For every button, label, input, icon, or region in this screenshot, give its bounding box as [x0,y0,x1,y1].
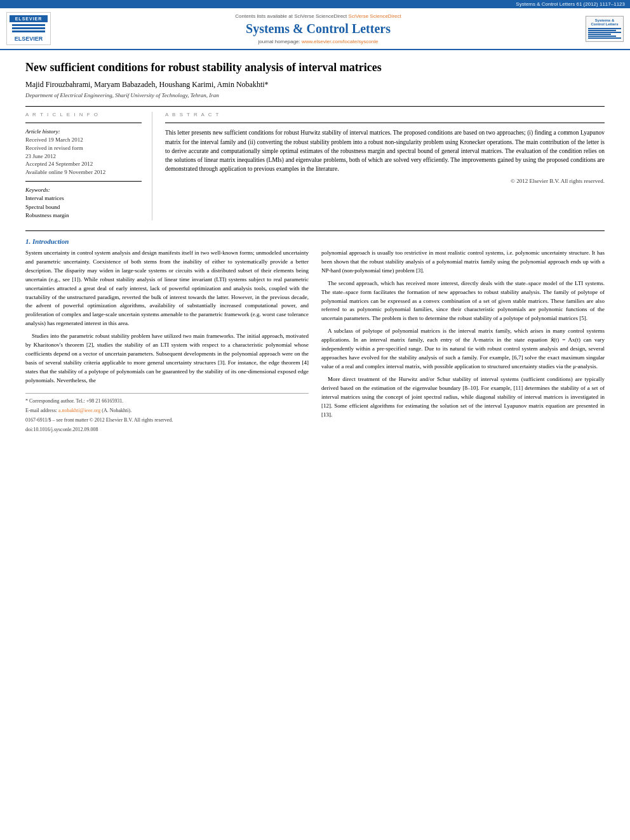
thumb-line-4 [588,34,611,35]
authors: Majid Firouzbahrami, Maryam Babazadeh, H… [25,80,605,90]
abstract-header: A B S T R A C T [165,112,605,117]
article-title: New sufficient conditions for robust sta… [25,60,605,75]
footnote-email: E-mail address: a.nobakhti@ieee.org (A. … [25,407,309,415]
elsevier-logo: ELSEVIER ELSEVIER [6,12,51,45]
right-para-1: polynomial approach is usually too restr… [321,249,605,276]
copyright-line: 0167-6911/$ – see front matter © 2012 El… [25,417,309,424]
journal-title: Systems & Control Letters [57,22,579,36]
homepage-url: www.elsevier.com/locate/sysconle [302,39,379,44]
intro-para-2: Studies into the parametric robust stabi… [25,332,309,385]
introduction-title: 1. Introduction [25,237,605,245]
divider-body [25,230,605,231]
thumb-line-5 [588,36,616,37]
footnote-star: * Corresponding author. Tel.: +98 21 661… [25,397,309,405]
divider-1 [25,106,605,107]
received-date: Received 19 March 2012 [25,136,142,144]
accepted-date: Accepted 24 September 2012 [25,160,142,168]
history-content: Received 19 March 2012 Received in revis… [25,136,142,176]
divider-info [25,123,142,123]
journal-banner: Systems & Control Letters 61 (2012) 1117… [0,0,630,8]
elsevier-wordmark: ELSEVIER [10,36,48,42]
stripe-3 [12,30,45,32]
abstract-text: This letter presents new sufficient cond… [165,128,605,173]
revised-date-display: 23 June 2012 [25,152,142,161]
body-left-text: System uncertainty in control system ana… [25,249,309,385]
journal-header: ELSEVIER ELSEVIER Contents lists availab… [0,8,630,50]
journal-thumbnail: Systems &Control Letters [586,16,624,42]
keywords-label: Keywords: [25,187,142,193]
banner-text: Systems & Control Letters 61 (2012) 1117… [516,1,625,7]
main-content: New sufficient conditions for robust sta… [0,50,630,448]
keyword-3: Robustness margin [25,211,142,220]
revised-label: Received in revised form [25,144,142,152]
thumb-lines [588,28,621,39]
divider-keywords [25,181,142,182]
body-right-text: polynomial approach is usually too restr… [321,249,605,420]
footnote-area: * Corresponding author. Tel.: +98 21 661… [25,393,309,434]
elsevier-stripes [10,22,48,34]
elsevier-logo-top: ELSEVIER [10,15,48,22]
thumb-title: Systems &Control Letters [588,18,621,26]
email-suffix: (A. Nobakhti). [102,408,131,413]
affiliation: Department of Electrical Engineering, Sh… [25,92,605,98]
email-address: a.nobakhti@ieee.org [58,408,100,413]
journal-homepage: journal homepage: www.elsevier.com/locat… [57,39,579,44]
history-label: Article history: [25,128,142,135]
thumb-line-6 [588,37,621,39]
homepage-label: journal homepage: [258,39,300,44]
right-para-4: More direct treatment of the Hurwitz and… [321,375,605,420]
thumb-line-2 [588,30,616,31]
keyword-1: Interval matrices [25,194,142,203]
keyword-2: Spectral bound [25,203,142,212]
info-abstract-section: A R T I C L E I N F O Article history: R… [25,112,605,220]
stripe-1 [12,24,45,26]
divider-abstract [165,123,605,123]
author-names: Majid Firouzbahrami, Maryam Babazadeh, H… [25,80,269,89]
doi-line: doi:10.1016/j.sysconle.2012.09.008 [25,426,309,434]
intro-para-1: System uncertainty in control system ana… [25,249,309,328]
abstract-copyright: © 2012 Elsevier B.V. All rights reserved… [165,178,605,184]
sciverse-text: Contents lists available at SciVerse Sci… [235,13,347,19]
keywords-list: Interval matrices Spectral bound Robustn… [25,194,142,220]
right-para-3: A subclass of polytope of polynomial mat… [321,327,605,371]
email-label: E-mail address: [25,408,57,413]
abstract-column: A B S T R A C T This letter presents new… [165,112,605,220]
sciverse-link: Contents lists available at SciVerse Sci… [57,13,579,19]
stripe-2 [12,27,45,29]
thumb-line-1 [588,28,621,29]
right-para-2: The second approach, which has received … [321,279,605,324]
body-col-left: System uncertainty in control system ana… [25,249,309,436]
introduction-section: 1. Introduction System uncertainty in co… [25,237,605,436]
body-col-right: polynomial approach is usually too restr… [321,249,605,436]
article-info-header: A R T I C L E I N F O [25,112,142,117]
sciverse-brand: SciVerse ScienceDirect [349,13,401,19]
body-columns: System uncertainty in control system ana… [25,249,605,436]
article-info-column: A R T I C L E I N F O Article history: R… [25,112,152,220]
thumb-content: Systems &Control Letters [586,16,624,42]
journal-center: Contents lists available at SciVerse Sci… [51,13,586,44]
available-date: Available online 9 November 2012 [25,168,142,177]
thumb-line-3 [588,32,621,33]
